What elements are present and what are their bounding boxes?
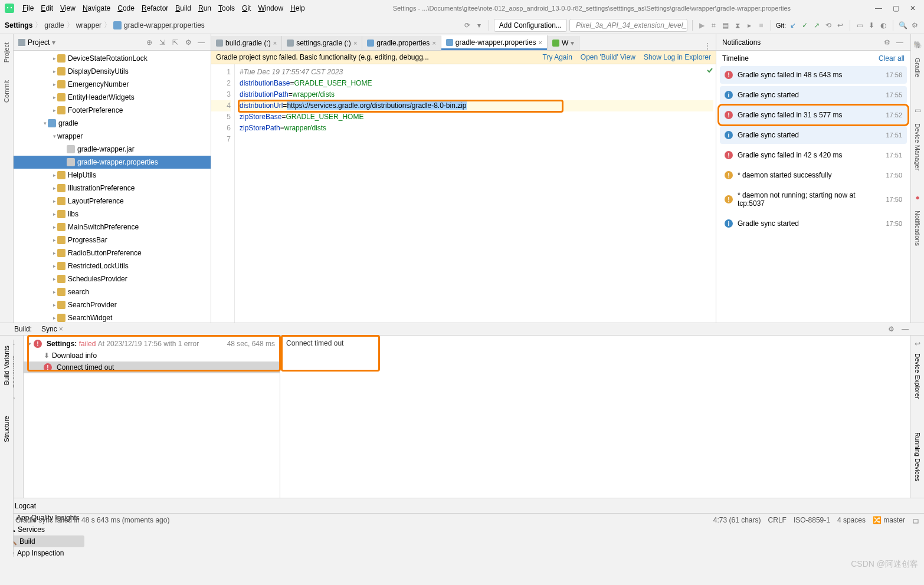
sync-icon[interactable]: ⟳	[463, 21, 472, 30]
breadcrumb-item[interactable]: gradle	[44, 21, 64, 29]
gradle-icon[interactable]: 🐘	[913, 40, 922, 50]
tab-device-explorer[interactable]: Device Explorer	[914, 353, 921, 399]
tree-folder[interactable]: ▸ProgressBar	[14, 234, 211, 247]
menu-refactor[interactable]: Refactor	[138, 4, 172, 12]
tab-device-manager[interactable]: Device Manager	[914, 123, 921, 170]
tree-folder[interactable]: ▸libs	[14, 208, 211, 221]
notification-item[interactable]: !Gradle sync failed in 48 s 643 ms17:56	[720, 66, 907, 84]
tree-folder[interactable]: ▸SearchProvider	[14, 298, 211, 311]
tree-folder[interactable]: ▸EntityHeaderWidgets	[14, 91, 211, 104]
editor-tab[interactable]: settings.gradle (:)×	[282, 36, 362, 50]
menu-build[interactable]: Build	[172, 4, 195, 12]
git-commit-icon[interactable]: ✓	[800, 21, 810, 30]
tab-gradle[interactable]: Gradle	[914, 58, 921, 77]
avd-icon[interactable]: ▭	[855, 21, 864, 30]
notif-settings-icon[interactable]: ⚙	[882, 38, 892, 47]
menu-file[interactable]: File	[19, 4, 37, 12]
tree-folder[interactable]: ▸RadioButtonPreference	[14, 247, 211, 259]
status-position[interactable]: 4:73 (61 chars)	[713, 516, 761, 524]
tool-services[interactable]: ☁Services	[4, 524, 84, 535]
window-maximize-icon[interactable]: ▢	[893, 4, 899, 12]
sdk-icon[interactable]: ⬇	[867, 21, 876, 30]
status-indent[interactable]: 4 spaces	[837, 516, 866, 524]
tree-folder[interactable]: ▸SchedulesProvider	[14, 272, 211, 285]
tree-folder[interactable]: ▸RestrictedLockUtils	[14, 259, 211, 272]
tabs-more-icon[interactable]: ⋮	[699, 42, 716, 50]
editor-tab[interactable]: gradle.properties×	[362, 36, 441, 50]
menu-window[interactable]: Window	[254, 4, 287, 12]
build-settings-icon[interactable]: ⚙	[886, 324, 896, 334]
tree-folder[interactable]: ▾wrapper	[14, 130, 211, 143]
tree-file[interactable]: gradle-wrapper.jar	[14, 143, 211, 156]
banner-link[interactable]: Try Again	[543, 53, 572, 61]
tool-logcat[interactable]: ≡Logcat	[4, 500, 84, 512]
tab-commit[interactable]: Commit	[3, 80, 10, 103]
menu-help[interactable]: Help	[287, 4, 309, 12]
clear-all-link[interactable]: Clear all	[879, 54, 905, 63]
collapse-icon[interactable]: ⇱	[171, 38, 180, 47]
menu-run[interactable]: Run	[195, 4, 215, 12]
tree-folder[interactable]: ▸MainSwitchPreference	[14, 221, 211, 234]
add-configuration-button[interactable]: Add Configuration...	[494, 19, 567, 32]
tree-file[interactable]: gradle-wrapper.properties	[14, 156, 211, 169]
tab-build-variants[interactable]: Build Variants	[3, 346, 10, 385]
build-download-info[interactable]: Download info	[52, 351, 97, 360]
tree-folder[interactable]: ▾gradle	[14, 117, 211, 130]
tool-app-inspection[interactable]: ⚙App Inspection	[4, 547, 84, 559]
device-manager-icon[interactable]: ▭	[913, 106, 922, 115]
expand-icon[interactable]: ⇲	[158, 38, 167, 47]
tree-folder[interactable]: ▸EmergencyNumber	[14, 78, 211, 91]
git-history-icon[interactable]: ⟲	[824, 21, 833, 30]
chevron-down-icon[interactable]: ▾	[474, 21, 484, 30]
build-hide-icon[interactable]: —	[900, 324, 910, 334]
tree-folder[interactable]: ▸search	[14, 285, 211, 298]
menu-view[interactable]: View	[57, 4, 79, 12]
build-tree[interactable]: ▾ ! Settings: failed At 2023/12/19 17:56…	[24, 336, 280, 498]
git-update-icon[interactable]: ↙	[788, 21, 798, 30]
git-branch[interactable]: 🔀 master	[873, 516, 905, 524]
window-minimize-icon[interactable]: —	[875, 4, 882, 12]
editor-tab[interactable]: gradle-wrapper.properties×	[441, 35, 548, 51]
tab-structure[interactable]: Structure	[3, 416, 10, 442]
profiler-icon[interactable]: ⧗	[733, 21, 742, 30]
menu-git[interactable]: Git	[238, 4, 254, 12]
code-body[interactable]: #Tue Dec 19 17:55:47 CST 2023distributio…	[235, 64, 716, 323]
tab-notifications[interactable]: Notifications	[914, 211, 921, 246]
tab-running-devices[interactable]: Running Devices	[914, 432, 921, 481]
editor-tab[interactable]: W ▾	[548, 36, 579, 50]
notif-hide-icon[interactable]: —	[895, 38, 905, 47]
device-selector[interactable]: Pixel_3a_API_34_extension_level_7_x8...	[569, 19, 687, 32]
attach-icon[interactable]: ▸	[745, 21, 754, 30]
resources-icon[interactable]: ◐	[879, 21, 888, 30]
editor-tab[interactable]: build.gradle (:)×	[211, 36, 282, 50]
tree-folder[interactable]: ▸SearchWidget	[14, 311, 211, 323]
panel-hide-icon[interactable]: —	[196, 38, 206, 47]
run-icon[interactable]: ▶	[697, 21, 707, 30]
git-revert-icon[interactable]: ↩	[835, 21, 845, 30]
breadcrumb-file[interactable]: gradle-wrapper.properties	[124, 21, 205, 29]
menu-tools[interactable]: Tools	[215, 4, 238, 12]
tab-project[interactable]: Project	[3, 42, 10, 63]
git-push-icon[interactable]: ↗	[812, 21, 821, 30]
tree-folder[interactable]: ▸DisplayDensityUtils	[14, 65, 211, 78]
notification-item[interactable]: !* daemon started successfully17:50	[720, 166, 907, 184]
notification-item[interactable]: !Gradle sync failed in 42 s 420 ms17:51	[720, 146, 907, 164]
status-encoding[interactable]: ISO-8859-1	[794, 516, 830, 524]
tree-folder[interactable]: ▸IllustrationPreference	[14, 182, 211, 195]
coverage-icon[interactable]: ▤	[721, 21, 730, 30]
select-target-icon[interactable]: ⊕	[145, 38, 154, 47]
project-panel-title[interactable]: Project	[28, 38, 50, 47]
banner-link[interactable]: Open 'Build' View	[581, 53, 635, 61]
search-icon[interactable]: 🔍	[898, 21, 907, 30]
panel-settings-icon[interactable]: ⚙	[184, 38, 193, 47]
notif-bell-icon[interactable]: ●	[913, 193, 922, 202]
build-tab-sync[interactable]: Sync×	[38, 324, 67, 334]
banner-link[interactable]: Show Log in Explorer	[644, 53, 711, 61]
notification-item[interactable]: iGradle sync started17:55	[720, 86, 907, 104]
status-eol[interactable]: CRLF	[768, 516, 787, 524]
breadcrumb-root[interactable]: Settings	[5, 21, 32, 29]
build-error-item[interactable]: Connect timed out	[57, 363, 114, 372]
notification-item[interactable]: iGradle sync started17:51	[720, 126, 907, 144]
tree-folder[interactable]: ▸LayoutPreference	[14, 195, 211, 208]
tree-folder[interactable]: ▸DeviceStateRotationLock	[14, 52, 211, 65]
